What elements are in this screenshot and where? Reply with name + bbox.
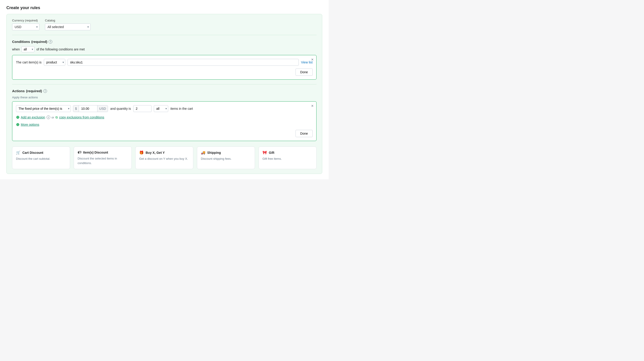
buy-x-get-y-body: Get a discount on Y when you buy X. [139,156,190,161]
cart-item-label: The cart item(s) is [16,60,42,64]
conditions-title-text: Conditions [12,40,30,44]
product-select[interactable]: product category tag [44,59,65,66]
cart-discount-card[interactable]: 🛒 Cart Discount Discount the cart subtot… [12,146,70,169]
qty-input[interactable] [133,105,152,112]
buy-x-get-y-header: 🎁 Buy X, Get Y [139,150,190,155]
condition-done-button[interactable]: Done [296,68,313,76]
catalog-select[interactable]: All selected Catalog 1 Catalog 2 [45,24,90,30]
sku-input[interactable] [68,59,299,66]
gift-icon: 🎀 [262,150,267,155]
price-input-group: $ USD [73,105,108,112]
when-select-wrapper: all any ▾ [22,46,34,52]
cart-discount-icon: 🛒 [16,150,20,155]
catalog-select-wrapper: All selected Catalog 1 Catalog 2 ▾ [45,24,90,30]
top-row: Currency (required) USD EUR GBP CAD ▾ Ca… [12,19,316,35]
actions-info-icon[interactable]: i [43,89,47,93]
currency-select[interactable]: USD EUR GBP CAD [12,24,40,30]
action-row: The fixed price of the item(s) is Percen… [16,105,313,112]
product-select-wrapper: product category tag ▾ [44,59,65,66]
price-input[interactable] [79,106,97,112]
currency-select-wrapper: USD EUR GBP CAD ▾ [12,24,40,30]
conditions-section-title: Conditions (required) i [12,40,316,44]
gift-body: Gift free items. [262,156,313,161]
shipping-header: 🚚 Shipping [201,150,251,155]
gift-card[interactable]: 🎀 Gift Gift free items. [258,146,316,169]
action-close-button[interactable]: × [311,104,314,108]
items-discount-header: 🏷 Item(s) Discount [78,150,128,154]
all-select[interactable]: all any [154,105,168,112]
when-select[interactable]: all any [22,46,34,52]
more-options-row: ⊕ More options [16,122,313,127]
cart-discount-title: Cart Discount [22,151,43,154]
shipping-icon: 🚚 [201,150,206,155]
condition-rule-card: × The cart item(s) is product category t… [12,55,316,80]
items-discount-icon: 🏷 [78,150,81,154]
when-label: when [12,48,20,51]
actions-subtitle: Apply these actions [12,96,316,99]
add-exclusion-plus-icon: ⊕ [16,115,20,120]
action-rule-card: × The fixed price of the item(s) is Perc… [12,101,316,141]
more-options-button[interactable]: More options [21,123,39,126]
cart-discount-body: Discount the cart subtotal. [16,156,66,161]
gift-header: 🎀 Gift [262,150,313,155]
exclusion-info-icon[interactable]: i [46,116,50,119]
main-card: Currency (required) USD EUR GBP CAD ▾ Ca… [6,14,322,174]
catalog-label: Catalog [45,19,90,22]
catalog-field-group: Catalog All selected Catalog 1 Catalog 2… [45,19,90,30]
conditions-info-icon[interactable]: i [48,40,52,44]
currency-field-group: Currency (required) USD EUR GBP CAD ▾ [12,19,40,30]
add-exclusion-button[interactable]: Add an exclusion [21,116,45,119]
price-prefix: $ [73,106,79,112]
cart-discount-header: 🛒 Cart Discount [16,150,66,155]
section-divider [12,84,316,84]
copy-exclusions-button[interactable]: copy exclusions from conditions [59,116,104,119]
shipping-card[interactable]: 🚚 Shipping Discount shipping fees. [197,146,255,169]
action-done-button[interactable]: Done [296,130,313,137]
items-discount-body: Discount the selected items in condition… [78,156,128,165]
exclusion-row: ⊕ Add an exclusion i or ⧉ copy exclusion… [16,115,313,120]
shipping-title: Shipping [207,151,221,154]
all-select-wrapper: all any ▾ [154,105,168,112]
action-type-cards-row: 🛒 Cart Discount Discount the cart subtot… [12,146,316,169]
condition-rule-row: The cart item(s) is product category tag… [16,59,313,66]
condition-meta-row: when all any ▾ of the following conditio… [12,46,316,52]
actions-required-label: (required) [26,89,42,93]
conditions-required-label: (required) [31,40,47,44]
actions-title-text: Actions [12,89,25,93]
actions-section-title: Actions (required) i [12,89,316,93]
price-suffix: USD [97,106,108,112]
page-container: Create your rules Currency (required) US… [0,0,328,179]
shipping-body: Discount shipping fees. [201,156,251,161]
conditions-section: Conditions (required) i when all any ▾ o… [12,40,316,80]
more-options-plus-icon: ⊕ [16,122,20,127]
and-qty-label: and quantity is [110,107,131,110]
condition-close-button[interactable]: × [311,58,314,62]
buy-x-get-y-card[interactable]: 🎁 Buy X, Get Y Get a discount on Y when … [135,146,193,169]
fixed-price-select[interactable]: The fixed price of the item(s) is Percen… [16,105,71,112]
or-text: or [52,116,54,119]
copy-icon: ⧉ [56,116,58,119]
buy-x-get-y-icon: 🎁 [139,150,144,155]
items-discount-card[interactable]: 🏷 Item(s) Discount Discount the selected… [74,146,132,169]
fixed-price-select-wrapper: The fixed price of the item(s) is Percen… [16,105,71,112]
view-list-link[interactable]: View list [301,60,313,64]
currency-label: Currency (required) [12,19,40,22]
items-discount-title: Item(s) Discount [83,150,108,154]
page-title: Create your rules [6,6,322,10]
actions-section: Actions (required) i Apply these actions… [12,89,316,169]
items-in-cart-label: items in the cart [170,107,193,110]
gift-title: Gift [269,151,274,154]
following-label: of the following conditions are met [36,48,85,51]
buy-x-get-y-title: Buy X, Get Y [146,151,165,154]
